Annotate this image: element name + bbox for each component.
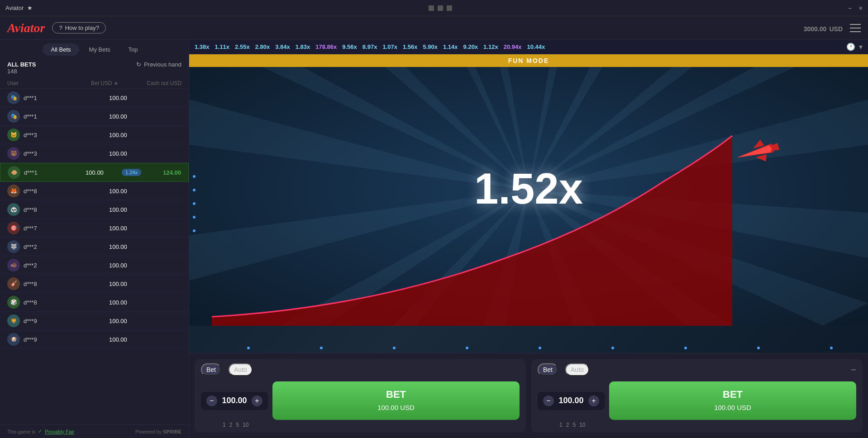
- multiplier-value: 1.52x: [474, 164, 583, 213]
- ticker-item[interactable]: 20.94x: [504, 43, 522, 50]
- side-dot: [193, 216, 196, 219]
- bets-tabs: All Bets My Bets Top: [0, 40, 189, 59]
- bet-amount: 100.00: [109, 318, 145, 324]
- betting-controls: Bet Auto − 100.00 + BET 100.00 USD 1: [189, 353, 868, 438]
- side-dot: [193, 175, 196, 178]
- pf-left: This game is ✓ Provably Fair: [7, 428, 74, 434]
- bets-count: 148: [7, 68, 36, 75]
- hamburger-line-1: [850, 24, 861, 25]
- quick-amount[interactable]: 2: [566, 422, 569, 428]
- pf-right: Powered by SPRIBE: [135, 429, 181, 434]
- bet-cashout: 124.00: [145, 169, 181, 176]
- bet-multiplier: 1.24x: [122, 169, 141, 176]
- avatar: 🐼: [7, 203, 20, 216]
- bottom-dot: [830, 347, 833, 349]
- bet-panel-2-row: − 100.00 + BET 100.00 USD: [538, 381, 856, 420]
- quick-amount[interactable]: 5: [572, 422, 576, 428]
- amount-decrease-1[interactable]: −: [206, 395, 217, 406]
- avatar: 🐻: [7, 147, 20, 160]
- bet-amount: 100.00: [109, 281, 145, 287]
- ticker-item[interactable]: 1.56x: [403, 43, 418, 50]
- ticker-expand-icon[interactable]: ▾: [859, 43, 863, 51]
- ticker-item[interactable]: 10.44x: [527, 43, 545, 50]
- ticker-item[interactable]: 1.83x: [296, 43, 310, 50]
- table-row: 🐵 d***1 100.00 1.24x 124.00: [0, 163, 189, 182]
- svg-marker-20: [751, 139, 764, 148]
- ticker-item[interactable]: 9.20x: [463, 43, 478, 50]
- quick-amount[interactable]: 2: [229, 422, 233, 428]
- provably-fair: This game is ✓ Provably Fair Powered by …: [0, 424, 189, 438]
- amount-decrease-2[interactable]: −: [543, 395, 554, 406]
- sort-icon[interactable]: ✕: [114, 81, 118, 86]
- previous-hand-button[interactable]: ↻ Previous hand: [136, 61, 181, 68]
- ticker-item[interactable]: 8.97x: [362, 43, 377, 50]
- amount-increase-1[interactable]: +: [252, 395, 262, 406]
- bet-user: d***8: [24, 281, 109, 287]
- bet-tab-2[interactable]: Bet: [538, 363, 558, 376]
- table-row: 🐻 d***3 100.00: [0, 144, 189, 163]
- table-row: 🦁 d***9 100.00: [0, 312, 189, 330]
- bottom-dot: [539, 347, 541, 349]
- ticker-item[interactable]: 1.38x: [195, 43, 210, 50]
- auto-tab-2[interactable]: Auto: [565, 363, 589, 376]
- bet-user: d***8: [24, 206, 109, 213]
- ticker-item[interactable]: 2.80x: [255, 43, 270, 50]
- ticker-item[interactable]: 2.55x: [235, 43, 250, 50]
- auto-tab-1[interactable]: Auto: [229, 363, 253, 376]
- ticker-item[interactable]: 1.14x: [443, 43, 458, 50]
- pf-label[interactable]: Provably Fair: [45, 429, 74, 434]
- title-bar-center: [33, 5, 848, 11]
- bet-button-1[interactable]: BET 100.00 USD: [272, 381, 520, 420]
- window-btn-grid[interactable]: [447, 5, 452, 11]
- ticker-history-icon[interactable]: 🕐: [846, 43, 855, 51]
- ticker-item[interactable]: 9.56x: [342, 43, 357, 50]
- tab-my-bets[interactable]: My Bets: [81, 43, 119, 56]
- quick-amount[interactable]: 1: [559, 422, 563, 428]
- window-btn-pause[interactable]: [438, 5, 443, 11]
- ticker-item[interactable]: 178.86x: [315, 43, 337, 50]
- col-user-header: User: [7, 80, 91, 86]
- quick-amount[interactable]: 10: [243, 422, 248, 428]
- hamburger-line-3: [850, 31, 861, 32]
- title-bar: Aviator ★ − ×: [0, 0, 868, 16]
- previous-hand-label: Previous hand: [144, 61, 181, 68]
- tab-all-bets[interactable]: All Bets: [43, 43, 79, 56]
- window-btn-square[interactable]: [429, 5, 434, 11]
- bet-user: d***1: [24, 169, 86, 176]
- bet-amount: 100.00: [86, 169, 122, 176]
- avatar: 🦁: [7, 314, 20, 327]
- bet-amount: 100.00: [109, 243, 145, 250]
- bet-user: d***7: [24, 225, 109, 232]
- quick-amount[interactable]: 1: [223, 422, 226, 428]
- window-minimize[interactable]: −: [848, 5, 852, 12]
- tab-top[interactable]: Top: [120, 43, 146, 56]
- how-to-play-button[interactable]: ? How to play?: [52, 22, 105, 33]
- bet-user: d***3: [24, 150, 109, 157]
- bets-list: 🎭 d***1 100.00 🎭 d***1 100.00 🐱 d***3 10…: [0, 89, 189, 424]
- svg-marker-21: [756, 154, 768, 164]
- app-logo: Aviator: [7, 21, 45, 35]
- ticker-item[interactable]: 1.11x: [215, 43, 230, 50]
- bet-button-amount-2: 100.00 USD: [714, 404, 751, 411]
- ticker-item[interactable]: 1.12x: [483, 43, 498, 50]
- amount-control-2: − 100.00 +: [538, 392, 605, 410]
- quick-amount[interactable]: 5: [236, 422, 239, 428]
- bet-button-2[interactable]: BET 100.00 USD: [609, 381, 856, 420]
- game-area: FUN MODE: [189, 54, 868, 353]
- quick-amount[interactable]: 10: [579, 422, 585, 428]
- bet-button-amount-1: 100.00 USD: [377, 404, 415, 411]
- window-close[interactable]: ×: [859, 5, 863, 12]
- main-layout: All Bets My Bets Top ALL BETS 148 ↻ Prev…: [0, 40, 868, 438]
- bet-tab-1[interactable]: Bet: [201, 363, 221, 376]
- amount-increase-2[interactable]: +: [588, 395, 599, 406]
- side-dots: [193, 175, 196, 232]
- table-row: 🎲 d***8 100.00: [0, 293, 189, 312]
- ticker-item[interactable]: 5.90x: [423, 43, 438, 50]
- side-dot: [193, 229, 196, 232]
- ticker-item[interactable]: 1.07x: [382, 43, 397, 50]
- ticker-item[interactable]: 3.84x: [275, 43, 290, 50]
- panel-remove-button[interactable]: −: [851, 365, 856, 375]
- hamburger-menu[interactable]: [850, 24, 861, 32]
- app-title: Aviator: [5, 5, 24, 11]
- right-panel: 1.38x 1.11x 2.55x 2.80x 3.84x 1.83x 178.…: [189, 40, 868, 438]
